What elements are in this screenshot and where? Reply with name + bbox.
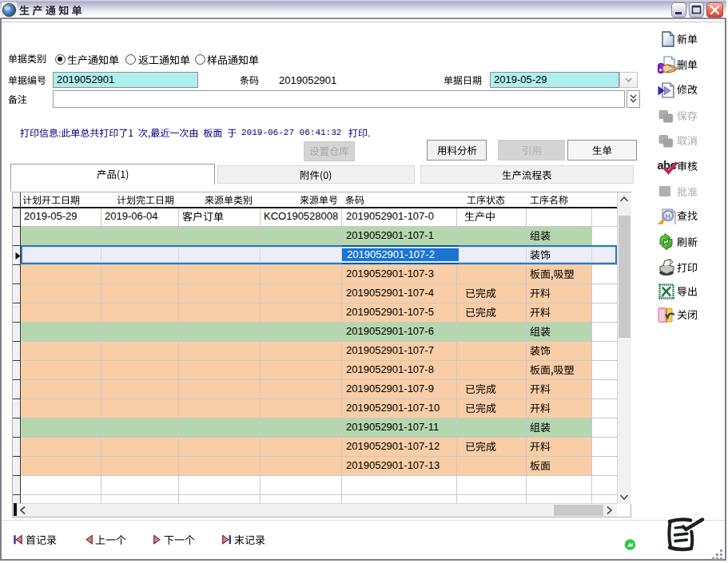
svg-text:H: H [666, 212, 671, 220]
